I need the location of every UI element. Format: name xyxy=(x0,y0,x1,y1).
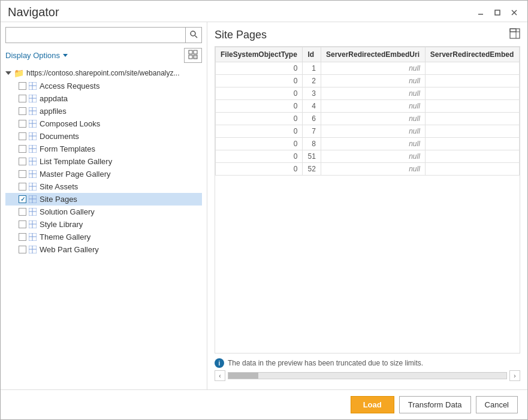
cell-embed xyxy=(425,113,519,125)
search-input[interactable] xyxy=(6,28,185,42)
title-bar-controls xyxy=(475,7,520,19)
chevron-down-icon xyxy=(63,54,68,57)
scroll-right-button[interactable]: › xyxy=(509,370,520,381)
tree-item[interactable]: Site Assets xyxy=(5,180,202,193)
tree-item-label: List Template Gallery xyxy=(40,157,112,166)
select-related-icon-button[interactable] xyxy=(184,48,202,63)
tree-item-checkbox[interactable] xyxy=(19,145,26,153)
tree-root-item[interactable]: 📁 https://contoso.sharepoint.com/site/we… xyxy=(5,67,202,80)
title-bar: Navigator xyxy=(1,1,527,22)
svg-line-5 xyxy=(195,36,198,38)
tree-item-icon xyxy=(29,233,37,241)
bottom-bar: Load Transform Data Cancel xyxy=(1,389,527,419)
tree-items-container: Access Requests appdata appfiles Compose… xyxy=(5,80,202,256)
tree-item[interactable]: Composed Looks xyxy=(5,117,202,130)
svg-rect-52 xyxy=(510,29,520,38)
tree-item-checkbox[interactable] xyxy=(19,95,26,102)
cell-id: 8 xyxy=(303,138,321,150)
tree-item-checkbox[interactable] xyxy=(19,120,26,128)
table-row: 04null xyxy=(216,100,520,113)
tree-item-checkbox[interactable] xyxy=(19,107,26,115)
display-options-label: Display Options xyxy=(5,51,60,60)
cell-id: 52 xyxy=(303,163,321,176)
tree-item-checkbox[interactable] xyxy=(19,158,26,165)
tree-item-icon xyxy=(29,132,37,140)
load-button[interactable]: Load xyxy=(351,396,394,413)
scroll-left-button[interactable]: ‹ xyxy=(215,370,225,381)
tree-item-label: appdata xyxy=(40,94,68,103)
select-related-icon xyxy=(188,50,198,59)
h-scroll-thumb[interactable] xyxy=(228,373,258,379)
tree-item[interactable]: Web Part Gallery xyxy=(5,243,202,256)
transform-data-button[interactable]: Transform Data xyxy=(399,396,471,413)
display-options-row: Display Options xyxy=(5,48,202,63)
table-select-icon xyxy=(509,28,520,39)
preview-title: Site Pages xyxy=(215,29,267,41)
tree-item-checkbox[interactable] xyxy=(19,246,26,253)
tree-item[interactable]: Site Pages xyxy=(5,193,202,206)
tree-item-checkbox[interactable] xyxy=(19,233,26,241)
tree-item[interactable]: Style Library xyxy=(5,218,202,231)
cell-embed xyxy=(425,75,519,87)
cell-uri: null xyxy=(321,125,425,138)
cell-type: 0 xyxy=(216,75,303,87)
tree-item[interactable]: appdata xyxy=(5,92,202,105)
tree-item-checkbox[interactable] xyxy=(19,195,26,203)
tree-item-checkbox[interactable] xyxy=(19,82,26,90)
tree-item[interactable]: Master Page Gallery xyxy=(5,168,202,180)
svg-rect-6 xyxy=(189,50,192,54)
preview-icon-button[interactable] xyxy=(509,28,520,41)
left-panel: Display Options 📁 xyxy=(1,22,207,389)
navigator-dialog: Navigator xyxy=(0,0,528,420)
cell-embed xyxy=(425,87,519,100)
cell-embed xyxy=(425,138,519,150)
maximize-button[interactable] xyxy=(491,7,503,19)
table-row: 08null xyxy=(216,138,520,150)
display-options-button[interactable]: Display Options xyxy=(5,51,68,60)
cell-id: 3 xyxy=(303,87,321,100)
tree-item[interactable]: Theme Gallery xyxy=(5,231,202,243)
tree-item-label: Site Assets xyxy=(40,182,78,191)
tree-item-icon xyxy=(29,170,37,178)
col-header-serverredirectedembed: ServerRedirectedEmbed xyxy=(425,47,519,62)
search-button[interactable] xyxy=(185,28,201,43)
cell-type: 0 xyxy=(216,100,303,113)
expand-icon xyxy=(5,71,11,75)
tree-item[interactable]: List Template Gallery xyxy=(5,155,202,168)
right-panel: Site Pages FileSystemObjectType xyxy=(207,22,527,389)
tree-item[interactable]: appfiles xyxy=(5,105,202,117)
table-wrapper[interactable]: FileSystemObjectType Id ServerRedirected… xyxy=(215,46,520,353)
tree-item-icon xyxy=(29,183,37,191)
h-scroll-area: ‹ › xyxy=(215,368,520,383)
col-header-id: Id xyxy=(303,47,321,62)
tree-item[interactable]: Form Templates xyxy=(5,143,202,155)
svg-rect-9 xyxy=(194,55,197,59)
main-content: Display Options 📁 xyxy=(1,22,527,389)
tree-item-icon xyxy=(29,120,37,128)
table-row: 07null xyxy=(216,125,520,138)
tree-item-icon xyxy=(29,195,37,203)
tree-item[interactable]: Access Requests xyxy=(5,80,202,92)
tree-item-checkbox[interactable] xyxy=(19,132,26,140)
tree-item-checkbox[interactable] xyxy=(19,183,26,191)
svg-rect-7 xyxy=(194,50,197,54)
minimize-button[interactable] xyxy=(475,7,487,19)
cell-uri: null xyxy=(321,75,425,87)
tree-item-checkbox[interactable] xyxy=(19,170,26,178)
cell-embed xyxy=(425,100,519,113)
table-row: 01null xyxy=(216,62,520,75)
h-scroll-track[interactable] xyxy=(228,372,507,379)
tree-item[interactable]: Solution Gallery xyxy=(5,206,202,218)
tree-item-label: Site Pages xyxy=(40,195,77,204)
tree-item-checkbox[interactable] xyxy=(19,208,26,216)
tree-item-label: Solution Gallery xyxy=(40,207,95,216)
cancel-button[interactable]: Cancel xyxy=(476,396,518,413)
close-button[interactable] xyxy=(508,7,520,19)
col-header-filesystemobjecttype: FileSystemObjectType xyxy=(216,47,303,62)
tree-item-checkbox[interactable] xyxy=(19,220,26,228)
tree-item[interactable]: Documents xyxy=(5,130,202,143)
cell-embed xyxy=(425,163,519,176)
tree-item-label: Style Library xyxy=(40,220,83,229)
preview-table: FileSystemObjectType Id ServerRedirected… xyxy=(215,47,520,176)
cell-type: 0 xyxy=(216,87,303,100)
